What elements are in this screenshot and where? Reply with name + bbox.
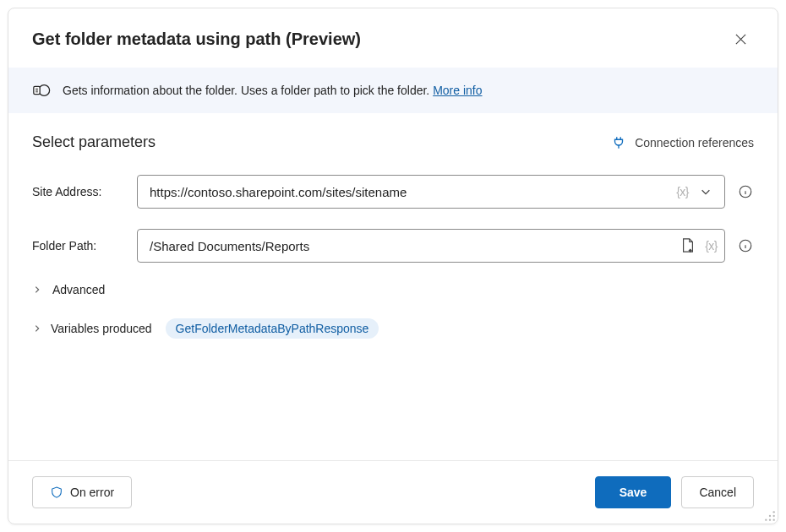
chevron-down-icon — [700, 186, 712, 198]
section-header-row: Select parameters Connection references — [32, 133, 754, 151]
variable-token-hint[interactable]: {x} — [676, 185, 689, 198]
site-address-row: Site Address: {x} — [32, 175, 754, 209]
resize-grip-icon[interactable] — [764, 510, 776, 522]
site-address-dropdown[interactable] — [694, 180, 718, 204]
on-error-button[interactable]: On error — [32, 476, 132, 508]
folder-path-row: Folder Path: {x} — [32, 229, 754, 263]
svg-point-5 — [769, 515, 771, 517]
site-address-label: Site Address: — [32, 185, 125, 198]
connection-references-button[interactable]: Connection references — [611, 135, 754, 150]
close-button[interactable] — [727, 25, 754, 52]
svg-point-6 — [773, 515, 775, 517]
advanced-toggle[interactable]: Advanced — [32, 283, 754, 296]
footer-actions: Save Cancel — [595, 476, 754, 508]
plug-icon — [611, 135, 626, 150]
connector-icon — [32, 81, 51, 100]
section-title: Select parameters — [32, 133, 156, 151]
dialog-header: Get folder metadata using path (Preview) — [8, 8, 778, 68]
close-icon — [734, 33, 747, 46]
folder-path-input[interactable] — [148, 238, 671, 254]
banner-text: Gets information about the folder. Uses … — [63, 84, 483, 97]
chevron-right-icon — [32, 285, 42, 295]
site-address-info[interactable] — [737, 183, 754, 200]
save-button[interactable]: Save — [595, 476, 672, 508]
chevron-right-icon — [32, 323, 42, 334]
svg-point-8 — [769, 519, 771, 521]
svg-point-9 — [773, 519, 775, 521]
variable-token-hint[interactable]: {x} — [705, 239, 718, 252]
shield-icon — [50, 486, 63, 499]
dialog-body: Select parameters Connection references … — [8, 113, 778, 460]
dialog-footer: On error Save Cancel — [8, 460, 778, 524]
folder-path-field: {x} — [137, 229, 725, 263]
site-address-field: {x} — [137, 175, 725, 209]
info-banner: Gets information about the folder. Uses … — [8, 68, 778, 113]
folder-path-info[interactable] — [737, 237, 754, 254]
variables-produced-toggle[interactable]: Variables produced GetFolderMetadataByPa… — [32, 318, 754, 339]
file-browse-icon — [680, 237, 696, 254]
dialog-title: Get folder metadata using path (Preview) — [32, 30, 361, 49]
folder-picker-button[interactable] — [676, 234, 700, 258]
svg-point-7 — [765, 519, 767, 521]
more-info-link[interactable]: More info — [433, 84, 482, 97]
cancel-button[interactable]: Cancel — [681, 476, 754, 508]
info-icon — [738, 184, 753, 199]
svg-point-4 — [773, 511, 775, 513]
info-icon — [738, 238, 753, 253]
variable-chip[interactable]: GetFolderMetadataByPathResponse — [166, 318, 379, 339]
site-address-input[interactable] — [148, 184, 671, 200]
folder-path-label: Folder Path: — [32, 239, 125, 252]
action-config-dialog: Get folder metadata using path (Preview)… — [8, 8, 778, 524]
